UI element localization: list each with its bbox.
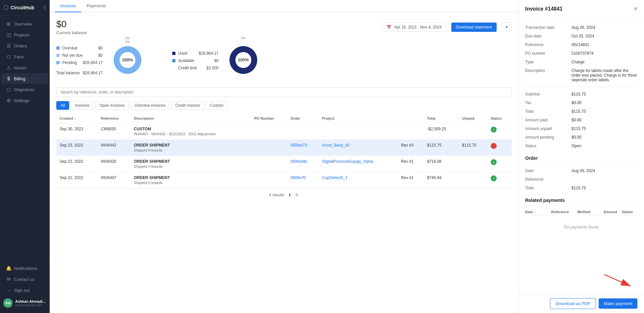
pie2-svg: 100% bbox=[225, 42, 262, 78]
sidebar-item-orders[interactable]: ☰ Orders bbox=[1, 40, 48, 51]
order-link[interactable]: 000fed73 bbox=[290, 143, 307, 148]
order-fields: Date Aug 26, 2024 Reference Total $115.7… bbox=[525, 166, 637, 192]
invoice-amount-paid: Amount paid $0.00 bbox=[525, 116, 637, 124]
cell-status bbox=[487, 140, 512, 156]
contact-icon: ✉ bbox=[6, 277, 11, 282]
cell-po bbox=[251, 172, 287, 188]
field-key: Status bbox=[525, 144, 571, 148]
collapse-icon[interactable]: ❮ bbox=[43, 5, 46, 10]
pie1-top-labels: 0% 0% bbox=[125, 36, 130, 44]
expand-button[interactable]: ▾ bbox=[502, 22, 512, 32]
status-green-icon: ✓ bbox=[491, 159, 497, 165]
table-row[interactable]: Sep 22, 2022 INV6420 ORDER SHIPMENT Ship… bbox=[56, 156, 512, 172]
signout-label: Sign out bbox=[14, 288, 30, 293]
cell-total: -$2,509.25 bbox=[424, 123, 459, 140]
credit-limit-label: Credit limit bbox=[178, 66, 204, 70]
th-empty bbox=[398, 114, 424, 123]
field-key: Reference bbox=[525, 42, 571, 47]
status-green-icon: ✓ bbox=[491, 127, 497, 133]
field-val: Oct 25, 2024 bbox=[571, 34, 637, 38]
order-date: Date Aug 26, 2024 bbox=[525, 166, 637, 175]
no-payments-text: No payments found bbox=[525, 218, 637, 236]
cell-description: ORDER SHIPMENT Shipped 5 boards bbox=[130, 156, 251, 172]
cell-created: Sep 23, 2022 bbox=[56, 140, 98, 156]
cell-reference: INV6442 bbox=[98, 140, 131, 156]
cell-reference: INV6420 bbox=[98, 156, 131, 172]
download-icon[interactable]: ⬇ bbox=[288, 193, 291, 197]
cell-created: Sep 22, 2022 bbox=[56, 156, 98, 172]
not-yet-due-legend: Not yet due $0 bbox=[56, 53, 103, 58]
download-pdf-button[interactable]: Download as PDF bbox=[550, 298, 596, 309]
date-range-text: Apr 16, 2021 · Nov 4, 2024 bbox=[394, 25, 441, 30]
cell-unpaid bbox=[459, 172, 487, 188]
pending-value: $28,964.17 bbox=[83, 60, 103, 65]
field-key: Reference bbox=[525, 177, 571, 182]
invoice-field-type: Type Charge bbox=[525, 58, 637, 66]
th-unpaid: Unpaid bbox=[459, 114, 487, 123]
th-description: Description bbox=[130, 114, 251, 123]
filter-tab-custom[interactable]: Custom bbox=[206, 101, 228, 110]
sidebar-label-orders: Orders bbox=[14, 43, 27, 48]
available-label: Available bbox=[178, 58, 212, 63]
related-payments-headers: Date ↓ Reference Method Amount Status bbox=[525, 209, 637, 216]
field-key: Total bbox=[525, 186, 571, 190]
project-link[interactable]: DigitalPressureGauge_Alpha bbox=[322, 159, 373, 164]
invoices-table: Created ↓ Reference Description PO Numbe… bbox=[56, 114, 512, 188]
sidebar-contact[interactable]: ✉ Contact us bbox=[1, 274, 48, 284]
tab-invoices[interactable]: Invoices bbox=[55, 0, 81, 12]
date-range[interactable]: 📅 Apr 16, 2021 · Nov 4, 2024 bbox=[382, 23, 446, 32]
cell-rev: Rev #1 bbox=[398, 172, 424, 188]
download-statement-button[interactable]: Download statement bbox=[451, 23, 497, 32]
cell-total: $716.06 bbox=[424, 156, 459, 172]
order-link[interactable]: 000fed4b bbox=[290, 159, 307, 164]
not-yet-due-label: Not yet due bbox=[62, 53, 96, 58]
svg-text:100%: 100% bbox=[238, 57, 249, 62]
sidebar-notifications[interactable]: 🔔 Notifications bbox=[1, 263, 48, 274]
search-input[interactable] bbox=[56, 87, 512, 97]
table-row[interactable]: Sep 23, 2022 INV6442 ORDER SHIPMENT Ship… bbox=[56, 140, 512, 156]
balance-pie-chart: 0% 0% 100% bbox=[109, 42, 146, 79]
notifications-label: Notifications bbox=[14, 266, 37, 271]
project-link[interactable]: Accel_Buoy_v0 bbox=[322, 143, 350, 148]
sidebar-label-issues: Issues bbox=[14, 65, 26, 70]
filter-tab-open-invoices[interactable]: Open invoices bbox=[95, 101, 129, 110]
sidebar-signout[interactable]: → Sign out bbox=[1, 285, 48, 295]
th-reference: Reference bbox=[98, 114, 131, 123]
filter-tab-invoices[interactable]: Invoices bbox=[71, 101, 94, 110]
filter-tab-credit-memos[interactable]: Credit memos bbox=[171, 101, 204, 110]
pending-dot bbox=[56, 61, 60, 64]
tab-payments[interactable]: Payments bbox=[81, 0, 111, 12]
sidebar-item-issues[interactable]: ⚠ Issues bbox=[1, 62, 48, 73]
make-payment-button[interactable]: Make payment bbox=[599, 298, 637, 309]
used-value: $28,964.17 bbox=[199, 51, 219, 56]
rp-header-date: Date ↓ bbox=[525, 210, 549, 214]
field-key: PO number bbox=[525, 51, 571, 56]
available-dot bbox=[172, 59, 175, 62]
project-link[interactable]: CupDetect0_1 bbox=[322, 175, 348, 180]
logo-text: CircuitHub bbox=[11, 5, 34, 10]
shipments-icon: ⬡ bbox=[6, 87, 11, 92]
user-email: ashkand@circuithub.com bbox=[15, 303, 46, 307]
rp-header-amount: Amount bbox=[604, 210, 619, 214]
th-created[interactable]: Created ↓ bbox=[56, 114, 98, 123]
sidebar-item-shipments[interactable]: ⬡ Shipments bbox=[1, 84, 48, 95]
available-legend: Available $0 bbox=[172, 58, 219, 63]
sidebar-item-overview[interactable]: ⊞ Overview bbox=[1, 19, 48, 29]
sidebar-item-parts[interactable]: ⬡ Parts bbox=[1, 51, 48, 62]
order-link[interactable]: 000fecf5 bbox=[290, 175, 306, 180]
invoice-total: Total $115.75 bbox=[525, 107, 637, 116]
table-row[interactable]: Sep 21, 2022 INV6407 ORDER SHIPMENT Ship… bbox=[56, 172, 512, 188]
sidebar-item-settings[interactable]: ⚙ Settings bbox=[1, 95, 48, 106]
refresh-icon[interactable]: ↻ bbox=[295, 193, 299, 197]
sidebar-item-billing[interactable]: $ Billing bbox=[1, 73, 48, 84]
sidebar-item-projects[interactable]: ◫ Projects bbox=[1, 30, 48, 40]
filter-bar bbox=[56, 87, 512, 97]
filter-tab-overdue[interactable]: Overdue invoices bbox=[130, 101, 170, 110]
field-val: $0.00 bbox=[571, 118, 637, 122]
close-panel-button[interactable]: × bbox=[634, 5, 637, 12]
cell-status: ✓ bbox=[487, 172, 512, 188]
filter-tab-all[interactable]: All bbox=[56, 101, 69, 110]
field-key: Type bbox=[525, 60, 571, 64]
table-row[interactable]: Sep 30, 2023 CM8835 CUSTOM INV6407 - INV… bbox=[56, 123, 512, 140]
charts-row: Overdue $0 Not yet due $0 Pending $28,96… bbox=[56, 42, 512, 79]
